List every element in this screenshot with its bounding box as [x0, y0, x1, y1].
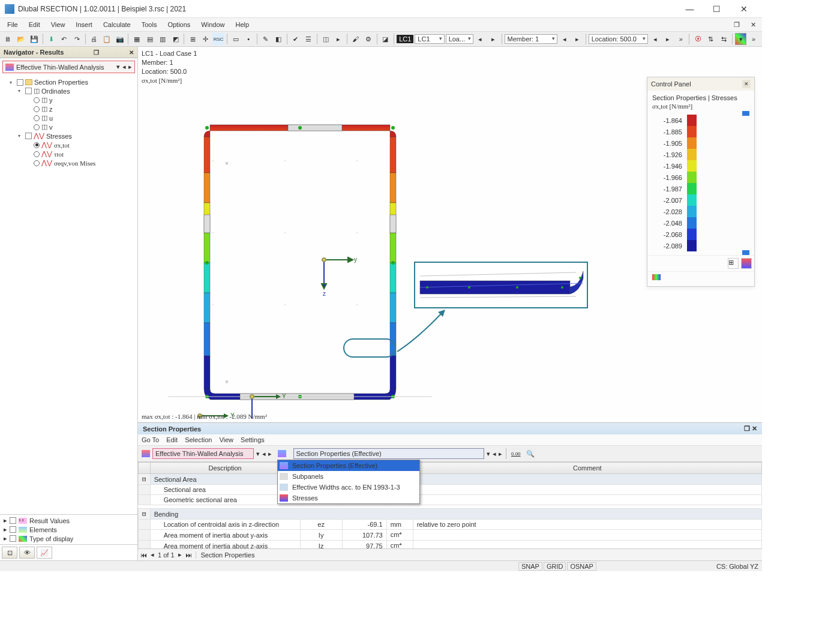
menu-edit[interactable]: Edit: [24, 20, 45, 29]
nav-tab-1[interactable]: ⊡: [2, 547, 17, 559]
tick-icon[interactable]: ✔: [290, 33, 302, 45]
bars-icon[interactable]: ☰: [302, 33, 314, 45]
dd-item-stresses[interactable]: Stresses: [278, 493, 419, 503]
menu-view[interactable]: View: [46, 20, 70, 29]
view1-icon[interactable]: ▦: [131, 33, 143, 45]
menu-options[interactable]: Options: [163, 20, 195, 29]
menu-calculate[interactable]: Calculate: [98, 20, 136, 29]
minimize-button[interactable]: —: [676, 1, 703, 17]
pager-first[interactable]: ⏮: [140, 551, 147, 559]
pager-last[interactable]: ⏭: [185, 551, 192, 559]
prop-value[interactable]: -69.1: [342, 520, 386, 530]
chain-icon[interactable]: ⇅: [705, 33, 717, 45]
member-prev-button[interactable]: ◂: [559, 33, 571, 45]
rsc-icon[interactable]: RSC: [212, 33, 224, 45]
nav-tab-2[interactable]: 👁: [19, 547, 35, 559]
tree-tau-tot[interactable]: ⋀⋁τtot: [26, 149, 136, 158]
prop-value[interactable]: 97.75: [342, 541, 386, 549]
toolbar-more-button[interactable]: »: [748, 33, 760, 45]
new-icon[interactable]: 🗎: [2, 33, 14, 45]
grid-icon[interactable]: ⊞: [187, 33, 199, 45]
preview-icon[interactable]: 📋: [101, 33, 113, 45]
group-toggle[interactable]: ⊟: [139, 509, 151, 520]
legend-max-marker[interactable]: [742, 111, 749, 116]
member-select[interactable]: Member: 1: [505, 34, 557, 44]
dd-item-effective[interactable]: Section Properties (Effective): [278, 460, 419, 471]
panel-scale-icon[interactable]: [741, 258, 752, 269]
wand-icon[interactable]: ✎: [260, 33, 272, 45]
tree-ord-v[interactable]: ◫v: [26, 122, 136, 131]
bottom-undock-icon[interactable]: ❐: [744, 425, 750, 433]
gear-icon[interactable]: ⚙: [362, 33, 374, 45]
status-snap[interactable]: SNAP: [518, 562, 542, 571]
dd-item-subpanels[interactable]: Subpanels: [278, 471, 419, 482]
menu-file[interactable]: File: [2, 20, 23, 29]
open-icon[interactable]: 📂: [16, 33, 28, 45]
lc-select[interactable]: Loa...: [446, 34, 473, 44]
lc-prev-button[interactable]: ◂: [475, 33, 487, 45]
group-toggle[interactable]: ⊟: [139, 474, 151, 485]
loc-prev-button[interactable]: ◂: [649, 33, 661, 45]
tree-sigma-xtot[interactable]: ⋀⋁σx,tot: [26, 140, 136, 149]
tree-section-properties[interactable]: Section Properties: [10, 78, 136, 86]
view2-icon[interactable]: ▤: [144, 33, 156, 45]
tree-sigma-vm[interactable]: ⋀⋁σeqv,von Mises: [26, 158, 136, 167]
member-next-button[interactable]: ▸: [571, 33, 583, 45]
tree-ord-z[interactable]: ◫z: [26, 104, 136, 113]
bp-menu-settings[interactable]: Settings: [241, 436, 265, 443]
print-icon[interactable]: 🖨: [88, 33, 100, 45]
tree-stresses[interactable]: ⋀⋁Stresses: [18, 131, 136, 140]
snapshot-icon[interactable]: 📷: [114, 33, 126, 45]
selector-next-button[interactable]: ▸: [128, 63, 132, 71]
bottom-close-icon[interactable]: ✕: [752, 425, 757, 433]
menu-window[interactable]: Window: [196, 20, 229, 29]
bp-sel1-prev[interactable]: ◂: [262, 450, 266, 458]
bp-sel2-next[interactable]: ▸: [499, 450, 502, 458]
prop-value[interactable]: 107.73: [342, 530, 386, 541]
tree-ord-u[interactable]: ◫u: [26, 113, 136, 122]
node-icon[interactable]: •: [242, 33, 254, 45]
menu-tools[interactable]: Tools: [137, 20, 162, 29]
loc-more-button[interactable]: »: [675, 33, 687, 45]
menu-help[interactable]: Help: [230, 20, 254, 29]
tree-ordinates[interactable]: ◫Ordinates: [18, 86, 136, 95]
palette-icon[interactable]: ▾: [735, 33, 747, 45]
tag-icon[interactable]: ▸: [332, 33, 344, 45]
view4-icon[interactable]: ◩: [170, 33, 182, 45]
bp-decimal-icon[interactable]: 0.00: [510, 448, 522, 460]
lc-name[interactable]: LC1: [415, 34, 444, 44]
close-panel-icon[interactable]: ✕: [129, 49, 134, 56]
nav-tab-3[interactable]: 📈: [37, 547, 52, 559]
bp-sel1-next[interactable]: ▸: [268, 450, 272, 458]
tree-ord-y[interactable]: ◫y: [26, 95, 136, 104]
close-button[interactable]: ✕: [730, 1, 757, 17]
color-icon[interactable]: ◧: [272, 33, 284, 45]
location-select[interactable]: Location: 500.0: [589, 34, 648, 44]
target-icon[interactable]: ⦿: [692, 33, 704, 45]
palette-strip-icon[interactable]: [652, 274, 661, 280]
save-icon[interactable]: 💾: [28, 33, 40, 45]
status-grid[interactable]: GRID: [544, 562, 566, 571]
results-icon[interactable]: ◪: [380, 33, 392, 45]
bp-filter-icon[interactable]: 🔍: [524, 448, 536, 460]
brush-icon[interactable]: 🖌: [350, 33, 362, 45]
col-comment[interactable]: Comment: [413, 463, 761, 474]
undo-icon[interactable]: ↶: [58, 33, 70, 45]
bp-analysis-select[interactable]: Effective Thin-Walled Analysis: [152, 448, 254, 459]
loc-next-button[interactable]: ▸: [662, 33, 674, 45]
tree-result-values[interactable]: ▸ x.x Result Values: [1, 516, 136, 525]
sect-icon[interactable]: ◫: [320, 33, 332, 45]
bp-menu-selection[interactable]: Selection: [185, 436, 212, 443]
undock-icon[interactable]: ❐: [94, 49, 99, 56]
pager-next[interactable]: ▸: [178, 551, 182, 559]
view3-icon[interactable]: ▥: [157, 33, 169, 45]
dd-item-effwidths[interactable]: Effective Widths acc. to EN 1993-1-3: [278, 482, 419, 493]
axis-icon[interactable]: ✢: [200, 33, 212, 45]
status-osnap[interactable]: OSNAP: [567, 562, 596, 571]
legend-min-marker[interactable]: [742, 250, 749, 255]
panel-settings-icon[interactable]: ⊞: [728, 258, 739, 269]
bp-menu-goto[interactable]: Go To: [142, 436, 159, 443]
maximize-button[interactable]: ☐: [703, 1, 730, 17]
section-canvas[interactable]: LC1 - Load Case 1 Member: 1 Location: 50…: [138, 47, 762, 422]
bp-table-select[interactable]: Section Properties (Effective): [293, 448, 484, 459]
